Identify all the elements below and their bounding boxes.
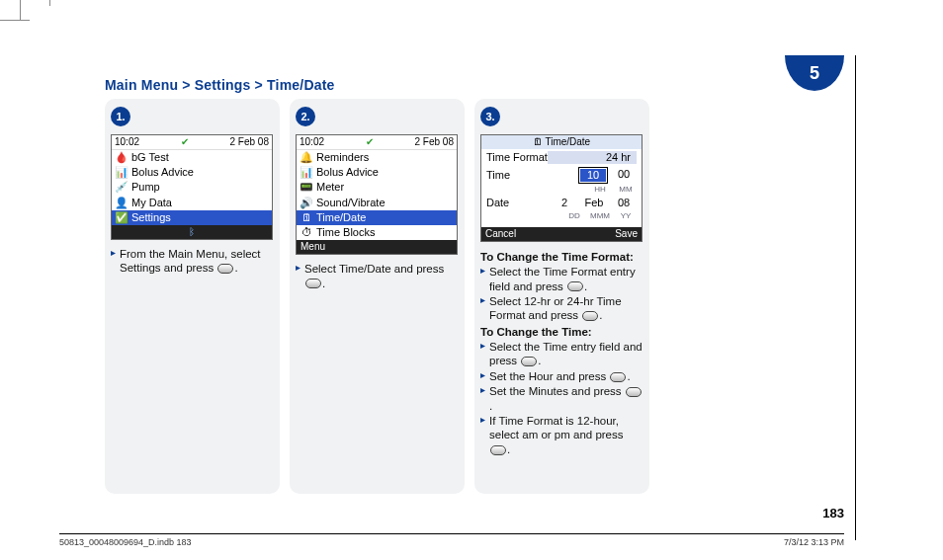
date-label: Date xyxy=(486,197,509,209)
date-text: 2 Feb 08 xyxy=(415,136,454,148)
menu-item-meter: 📟Meter xyxy=(297,180,457,195)
softkey-save: Save xyxy=(615,228,638,240)
menu-label: Bolus Advice xyxy=(131,166,194,179)
menu-label: Sound/Vibrate xyxy=(316,197,386,209)
chapter-tab: 5 xyxy=(785,55,844,91)
format-label: Time Format xyxy=(486,151,548,164)
date-dd-field: 2 xyxy=(552,197,577,209)
clock-icon: ⏱ xyxy=(300,226,312,239)
time-hh-field: 10 xyxy=(579,168,607,183)
ok-button-icon xyxy=(582,311,598,321)
pump-icon: 💉 xyxy=(116,181,128,194)
step-2-badge: 2. xyxy=(296,107,315,126)
drop-icon: 🩸 xyxy=(116,151,128,164)
instruction-text: . xyxy=(538,355,541,366)
menu-label: Time/Date xyxy=(316,211,366,224)
instruction-text: Set the Minutes and press xyxy=(489,385,625,397)
bluetooth-icon: ᛒ xyxy=(189,226,195,238)
menu-item-timedate: 🗓Time/Date xyxy=(297,210,457,225)
check-icon: ✔ xyxy=(181,136,189,148)
step-1-badge: 1. xyxy=(111,107,130,126)
step-3-screen: 🗓 Time/Date Time Format 24 hr Time 10 00… xyxy=(480,134,643,242)
instruction-text: If Time Format is 12-hour, select am or … xyxy=(489,415,624,440)
menu-item-reminders: 🔔Reminders xyxy=(297,150,457,165)
speaker-icon: 🔊 xyxy=(300,197,312,209)
menu-item-settings: ✅Settings xyxy=(112,210,272,225)
instruction-text: . xyxy=(234,262,237,274)
time-mm-field: 00 xyxy=(611,168,637,183)
yy-unit: YY xyxy=(615,211,637,221)
menu-label: Meter xyxy=(316,181,344,194)
date-text: 2 Feb 08 xyxy=(230,136,269,148)
instruction-text: . xyxy=(489,400,492,412)
meter-icon: 📟 xyxy=(300,181,312,194)
chart-icon: 📊 xyxy=(116,166,128,179)
menu-item-bgtest: 🩸bG Test xyxy=(112,150,272,165)
check-icon: ✅ xyxy=(116,211,128,224)
instruction-text: . xyxy=(507,443,510,455)
bluetooth-bar: ᛒ xyxy=(112,225,272,239)
ok-button-icon xyxy=(610,372,626,382)
step-2-card: 2. 10:02 ✔ 2 Feb 08 🔔Reminders 📊Bolus Ad… xyxy=(290,99,465,494)
menu-label: Pump xyxy=(131,181,160,194)
step-1-screen: 10:02 ✔ 2 Feb 08 🩸bG Test 📊Bolus Advice … xyxy=(111,134,273,240)
step-3-instruction: To Change the Time Format: Select the Ti… xyxy=(480,248,643,456)
bell-icon: 🔔 xyxy=(300,151,312,164)
screen-title: Time/Date xyxy=(545,136,590,147)
menu-item-timeblocks: ⏱Time Blocks xyxy=(297,225,457,240)
instruction-text: Select Time/Date and press xyxy=(304,263,444,275)
chart-icon: 📊 xyxy=(300,166,312,179)
clock-text: 10:02 xyxy=(115,136,139,148)
menu-label: Reminders xyxy=(316,151,369,164)
page-number: 183 xyxy=(822,506,844,520)
calendar-icon: 🗓 xyxy=(300,211,312,224)
menu-item-bolus: 📊Bolus Advice xyxy=(297,165,457,180)
instruction-text: Select the Time Format entry field and p… xyxy=(489,266,636,291)
steps-container: 1. 10:02 ✔ 2 Feb 08 🩸bG Test 📊Bolus Advi… xyxy=(105,99,649,494)
step-2-instruction: Select Time/Date and press . xyxy=(296,261,459,290)
step-3-badge: 3. xyxy=(480,107,500,126)
menu-item-mydata: 👤My Data xyxy=(112,196,272,210)
ok-button-icon xyxy=(490,445,506,455)
menu-label: Bolus Advice xyxy=(316,166,379,179)
footer-left: 50813_00048009694_D.indb 183 xyxy=(59,537,192,547)
mm-unit: MM xyxy=(615,185,637,195)
menu-label: Time Blocks xyxy=(316,226,376,239)
date-mmm-field: Feb xyxy=(581,197,607,209)
ok-button-icon xyxy=(217,264,233,274)
heading-change-format: To Change the Time Format: xyxy=(480,250,643,264)
instruction-text: . xyxy=(599,309,602,321)
date-yy-field: 08 xyxy=(611,197,637,209)
clock-text: 10:02 xyxy=(300,136,324,148)
softkey-cancel: Cancel xyxy=(485,228,516,240)
heading-change-time: To Change the Time: xyxy=(480,325,643,339)
person-icon: 👤 xyxy=(116,197,128,209)
menu-label: My Data xyxy=(131,197,172,209)
footer-right: 7/3/12 3:13 PM xyxy=(784,537,844,547)
step-1-card: 1. 10:02 ✔ 2 Feb 08 🩸bG Test 📊Bolus Advi… xyxy=(105,99,280,494)
instruction-text: . xyxy=(584,280,587,292)
ok-button-icon xyxy=(626,387,642,397)
instruction-text: From the Main Menu, select Settings and … xyxy=(120,248,261,274)
instruction-text: . xyxy=(627,370,630,382)
time-label: Time xyxy=(486,169,510,182)
print-footer: 50813_00048009694_D.indb 183 7/3/12 3:13… xyxy=(59,533,844,547)
menu-item-bolus: 📊Bolus Advice xyxy=(112,165,272,180)
instruction-text: . xyxy=(322,278,325,289)
ok-button-icon xyxy=(305,279,321,288)
format-value: 24 hr xyxy=(548,151,637,164)
hh-unit: HH xyxy=(589,185,611,195)
dd-unit: DD xyxy=(563,211,585,221)
menu-item-pump: 💉Pump xyxy=(112,180,272,195)
menu-label: bG Test xyxy=(131,151,169,164)
step-2-screen: 10:02 ✔ 2 Feb 08 🔔Reminders 📊Bolus Advic… xyxy=(296,134,458,255)
ok-button-icon xyxy=(521,357,537,366)
softkey-left: Menu xyxy=(300,241,325,253)
instruction-text: Set the Hour and press xyxy=(489,370,609,382)
ok-button-icon xyxy=(567,281,583,291)
menu-item-sound: 🔊Sound/Vibrate xyxy=(297,196,457,210)
menu-label: Settings xyxy=(131,211,171,224)
breadcrumb: Main Menu > Settings > Time/Date xyxy=(105,77,335,93)
mmm-unit: MMM xyxy=(589,211,611,221)
step-1-instruction: From the Main Menu, select Settings and … xyxy=(111,246,274,276)
